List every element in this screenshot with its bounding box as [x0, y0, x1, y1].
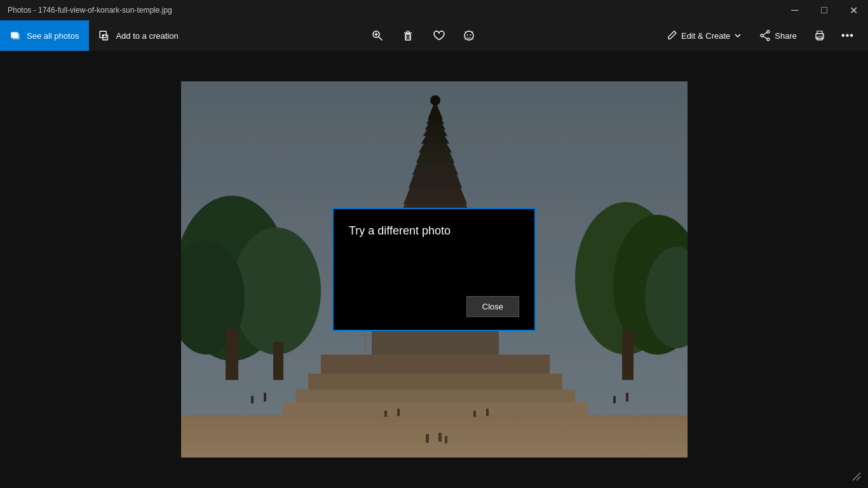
zoom-icon	[371, 29, 384, 42]
more-button[interactable]: •••	[835, 23, 860, 48]
try-different-photo-dialog: Try a different photo Close	[332, 208, 536, 331]
svg-point-23	[822, 35, 824, 36]
svg-point-18	[761, 34, 763, 37]
heart-icon	[432, 29, 445, 42]
dialog-overlay: Try a different photo Close	[181, 81, 688, 458]
close-button[interactable]: ✕	[839, 0, 868, 20]
window-controls: ─ □ ✕	[780, 0, 868, 20]
main-content: Try a different photo Close	[0, 51, 868, 488]
dialog-body	[334, 248, 534, 286]
svg-rect-8	[405, 34, 410, 40]
face-detect-button[interactable]	[456, 23, 482, 48]
svg-point-17	[767, 38, 770, 41]
dialog-title: Try a different photo	[334, 209, 534, 248]
dialog-footer: Close	[334, 286, 534, 330]
edit-icon	[666, 30, 677, 41]
delete-button[interactable]	[395, 23, 421, 48]
share-button[interactable]: Share	[752, 24, 804, 47]
toolbar-right: Edit & Create Share	[658, 20, 868, 51]
face-icon	[463, 29, 475, 42]
more-dots: •••	[841, 30, 854, 41]
photo-viewer: Try a different photo Close	[181, 81, 688, 458]
svg-point-15	[470, 34, 471, 36]
share-label: Share	[775, 31, 797, 41]
print-button[interactable]	[807, 23, 832, 48]
edit-create-button[interactable]: Edit & Create	[658, 24, 749, 47]
delete-icon	[402, 29, 414, 42]
dialog-close-button[interactable]: Close	[466, 296, 519, 317]
favorite-button[interactable]	[426, 23, 451, 48]
resize-handle[interactable]	[850, 470, 863, 483]
share-icon	[759, 30, 771, 41]
maximize-button[interactable]: □	[810, 0, 839, 20]
add-creation-icon	[99, 30, 111, 41]
chevron-down-icon	[734, 32, 742, 39]
svg-line-5	[379, 37, 382, 40]
toolbar: See all photos Add to a creation	[0, 20, 868, 51]
add-to-creation-button[interactable]: Add to a creation	[89, 20, 188, 51]
window-title: Photos - 1746-full-view-of-konark-sun-te…	[8, 6, 172, 15]
edit-create-label: Edit & Create	[681, 31, 730, 41]
toolbar-left: See all photos Add to a creation	[0, 20, 189, 51]
svg-rect-10	[407, 31, 409, 33]
see-all-photos-label: See all photos	[27, 31, 79, 41]
svg-rect-1	[12, 34, 19, 39]
svg-line-19	[763, 32, 767, 35]
svg-point-14	[467, 34, 468, 36]
add-to-creation-label: Add to a creation	[116, 31, 178, 41]
photos-icon	[10, 30, 22, 41]
toolbar-center	[189, 20, 658, 51]
svg-line-20	[763, 36, 767, 39]
print-icon	[813, 29, 826, 42]
see-all-photos-button[interactable]: See all photos	[0, 20, 89, 51]
zoom-button[interactable]	[365, 23, 390, 48]
svg-point-16	[767, 30, 770, 33]
minimize-button[interactable]: ─	[780, 0, 810, 20]
resize-icon	[851, 471, 862, 482]
title-bar: Photos - 1746-full-view-of-konark-sun-te…	[0, 0, 868, 20]
